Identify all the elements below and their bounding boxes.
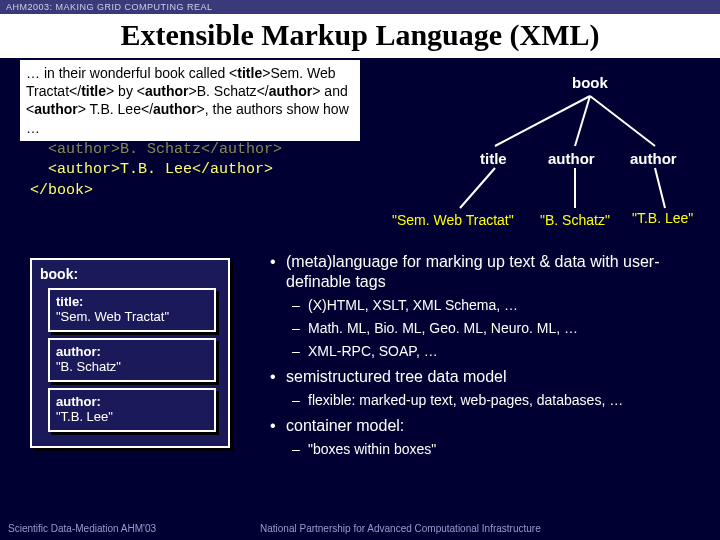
bullet-2: semistructured tree data model [268,367,708,387]
footer-left: Scientific Data-Mediation AHM'03 [8,523,156,534]
bullet-1b: Math. ML, Bio. ML, Geo. ML, Neuro. ML, … [268,319,708,338]
prose-paragraph: … in their wonderful book called <title>… [20,60,360,141]
svg-line-0 [495,96,590,146]
bullet-3: container model: [268,416,708,436]
nested-root-label: book: [40,266,220,282]
tree-leaf-author1: "B. Schatz" [540,212,610,228]
tag-title-close: title [81,83,106,99]
footer-right: National Partnership for Advanced Comput… [260,523,541,534]
bullet-1c: XML-RPC, SOAP, … [268,342,708,361]
header-bar: AHM2003: MAKING GRID COMPUTING REAL [0,0,720,14]
nested-box-author2: author: "T.B. Lee" [48,388,216,432]
para-auth2: T.B. Lee [86,101,141,117]
tree-child-author1: author [548,150,595,167]
tree-leaf-title: "Sem. Web Tractat" [392,212,514,228]
bullet-3a: "boxes within boxes" [268,440,708,459]
tag-author-close2: author [153,101,197,117]
para-mid1: by < [114,83,145,99]
tree-leaf-author2: "T.B. Lee" [632,210,693,226]
tag-author-open2: author [34,101,78,117]
nested-author1-value: "B. Schatz" [56,359,208,374]
code-line1: <author>T.B. Lee</author> [30,160,282,180]
para-pre: … in their wonderful book called < [26,65,237,81]
nested-box-root: book: title: "Sem. Web Tractat" author: … [30,258,230,448]
tag-title-open: title [237,65,262,81]
bullet-1a: (X)HTML, XSLT, XML Schema, … [268,296,708,315]
tree-root: book [572,74,608,91]
tree-child-title: title [480,150,507,167]
nested-title-label: title: [56,294,208,309]
svg-line-3 [460,168,495,208]
code-partial: <author>B. Schatz</author> [30,140,282,160]
bullet-list: (meta)language for marking up text & dat… [268,252,708,462]
nested-title-value: "Sem. Web Tractat" [56,309,208,324]
bullet-2a: flexible: marked-up text, web-pages, dat… [268,391,708,410]
tag-author-open1: author [145,83,189,99]
tag-author-close1: author [269,83,313,99]
svg-line-2 [590,96,655,146]
bullet-1: (meta)language for marking up text & dat… [268,252,708,292]
xml-code: <author>B. Schatz</author> <author>T.B. … [30,140,282,201]
svg-line-5 [655,168,665,208]
nested-author2-label: author: [56,394,208,409]
title-wrap: Extensible Markup Language (XML) [0,14,720,58]
nested-box-author1: author: "B. Schatz" [48,338,216,382]
code-line2: </book> [30,181,282,201]
para-auth1: B. Schatz [197,83,257,99]
tree-diagram: book title author author "Sem. Web Tract… [440,68,700,238]
nested-author1-label: author: [56,344,208,359]
nested-author2-value: "T.B. Lee" [56,409,208,424]
slide-title: Extensible Markup Language (XML) [0,14,720,58]
tree-child-author2: author [630,150,677,167]
nested-box-title: title: "Sem. Web Tractat" [48,288,216,332]
